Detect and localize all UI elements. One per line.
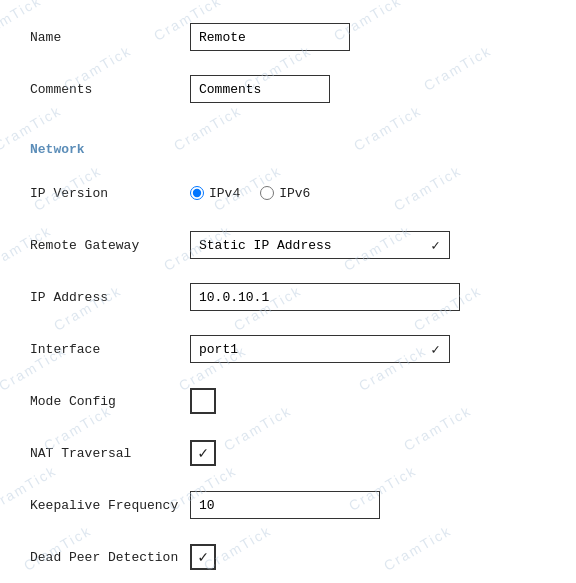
ip-address-input[interactable] — [190, 283, 460, 311]
interface-select-wrapper: port1 port2 port3 ✓ — [190, 335, 450, 363]
name-input[interactable] — [190, 23, 350, 51]
ip-version-radio-group: IPv4 IPv6 — [190, 186, 310, 201]
comments-input[interactable] — [190, 75, 330, 103]
ipv6-label: IPv6 — [279, 186, 310, 201]
mode-config-row: Mode Config — [30, 384, 546, 418]
ip-version-label: IP Version — [30, 186, 190, 201]
interface-row: Interface port1 port2 port3 ✓ — [30, 332, 546, 366]
keepalive-input[interactable] — [190, 491, 380, 519]
form-container: Name Comments Network IP Version IPv4 IP… — [0, 0, 576, 583]
ipv6-radio[interactable] — [260, 186, 274, 200]
ip-address-label: IP Address — [30, 290, 190, 305]
ipv4-label: IPv4 — [209, 186, 240, 201]
comments-label: Comments — [30, 82, 190, 97]
remote-gateway-select[interactable]: Static IP Address Dynamic DNS Dialup Use… — [190, 231, 450, 259]
mode-config-label: Mode Config — [30, 394, 190, 409]
keepalive-row: Keepalive Frequency — [30, 488, 546, 522]
name-label: Name — [30, 30, 190, 45]
dead-peer-label: Dead Peer Detection — [30, 550, 190, 565]
comments-row: Comments — [30, 72, 546, 106]
keepalive-label: Keepalive Frequency — [30, 498, 190, 513]
dead-peer-row: Dead Peer Detection — [30, 540, 546, 574]
remote-gateway-label: Remote Gateway — [30, 238, 190, 253]
nat-traversal-checkbox[interactable] — [190, 440, 216, 466]
dead-peer-checkbox[interactable] — [190, 544, 216, 570]
interface-label: Interface — [30, 342, 190, 357]
ip-version-row: IP Version IPv4 IPv6 — [30, 176, 546, 210]
name-row: Name — [30, 20, 546, 54]
network-section: Network — [30, 132, 546, 166]
ipv4-radio[interactable] — [190, 186, 204, 200]
remote-gateway-select-wrapper: Static IP Address Dynamic DNS Dialup Use… — [190, 231, 450, 259]
remote-gateway-row: Remote Gateway Static IP Address Dynamic… — [30, 228, 546, 262]
mode-config-checkbox[interactable] — [190, 388, 216, 414]
nat-traversal-label: NAT Traversal — [30, 446, 190, 461]
ipv6-radio-item[interactable]: IPv6 — [260, 186, 310, 201]
nat-traversal-row: NAT Traversal — [30, 436, 546, 470]
ipv4-radio-item[interactable]: IPv4 — [190, 186, 240, 201]
interface-select[interactable]: port1 port2 port3 — [190, 335, 450, 363]
ip-address-row: IP Address — [30, 280, 546, 314]
network-label: Network — [30, 142, 190, 157]
